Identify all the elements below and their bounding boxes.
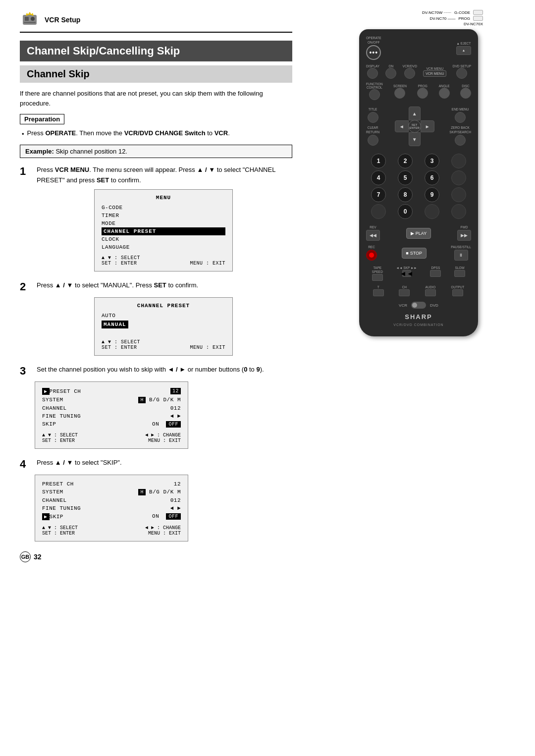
num-btn-skip5 (425, 204, 439, 219)
num-btn-9[interactable]: 9 (425, 187, 439, 202)
off-tag: OFF (166, 421, 181, 428)
title-button[interactable] (368, 112, 378, 123)
vcr-dvd-label: VCR/DVD (403, 64, 417, 68)
preset-val-fine: ◄ ► (170, 413, 181, 419)
skip-search-button[interactable] (455, 135, 466, 146)
tape-speed-button[interactable] (372, 274, 383, 281)
pause-still-label: PAUSE/STILL (451, 245, 471, 249)
angle-button[interactable] (439, 88, 450, 99)
preset-val-system: H B/G D/K M (138, 397, 181, 403)
skip-label: ◄◄ SKP ►► (396, 266, 417, 270)
preset2-footer-enter: SET : ENTER (42, 531, 75, 536)
t-button[interactable] (373, 289, 384, 296)
vcr-menu-button[interactable]: VCR MENU (423, 70, 446, 77)
dpad-left-button[interactable]: ◄ (395, 120, 409, 132)
svg-point-2 (31, 17, 35, 21)
audio-button[interactable] (425, 289, 436, 296)
preset2-val-system: H B/G D/K M (138, 489, 181, 495)
ch-box-title: CHANNEL PRESET (102, 303, 225, 309)
step-2: 2 Press ▲ / ▼ to select "MANUAL". Press … (20, 280, 292, 356)
num-btn-skip4 (371, 204, 386, 219)
gb-badge: GB (20, 551, 31, 562)
display-button[interactable] (367, 68, 378, 79)
return-label: RETURN (366, 130, 379, 134)
step-1-number: 1 (20, 165, 32, 178)
preset-footer-1: ▲ ▼ : SELECT ◄ ► : CHANGE SET : ENTER ME… (42, 432, 181, 443)
skip-back-button[interactable]: ◄◄ (402, 270, 411, 277)
vcr-dvd-button[interactable] (404, 68, 415, 79)
ch-footer-enter: SET : ENTER (102, 345, 137, 350)
example-label: Example: Skip channel position 12. (25, 148, 127, 155)
return-button[interactable] (368, 135, 378, 146)
function-row: FUNCTION CONTROL SCREEN PROG ANGLE (366, 82, 471, 100)
dpss-button[interactable] (430, 270, 441, 277)
fwd-button[interactable]: ▶▶ (457, 230, 471, 241)
num-btn-3[interactable]: 3 (425, 154, 439, 168)
eject-button[interactable]: ▲ (456, 46, 471, 55)
num-btn-2[interactable]: 2 (398, 154, 413, 168)
channel-preset-box: CHANNEL PRESET AUTO MANUAL ▲ ▼ : SELECT … (94, 297, 233, 356)
menu-box-1-title: MENU (102, 195, 225, 201)
ch-footer-exit: MENU : EXIT (190, 345, 225, 350)
num-btn-4[interactable]: 4 (371, 170, 386, 185)
preset-tag: ▶ (42, 388, 50, 395)
preparation-box: Preparation (20, 114, 64, 124)
dvd-setup-button[interactable] (456, 68, 467, 79)
skip-cursor-tag: ▶ (42, 513, 50, 520)
angle-label: ANGLE (439, 84, 450, 88)
title-label: TITLE (369, 108, 377, 111)
preset2-footer-change: ◄ ► : CHANGE (145, 525, 181, 531)
end-menu-button[interactable] (455, 112, 466, 123)
pause-button[interactable]: ⏸ (454, 250, 468, 261)
menu-item-gcode: G-CODE (102, 204, 225, 212)
num-btn-8[interactable]: 8 (398, 187, 413, 202)
number-grid: 1 2 3 4 5 6 7 8 9 0 (366, 154, 471, 219)
ch-item-manual-highlight: MANUAL (102, 321, 128, 328)
dpad-down-button[interactable]: ▼ (409, 132, 421, 146)
play-button[interactable]: ▶ PLAY (406, 228, 431, 239)
dpad-up-button[interactable]: ▲ (409, 107, 421, 120)
function-button[interactable] (369, 89, 380, 100)
operate-button[interactable]: ••• (366, 45, 381, 60)
step-4: 4 Press ▲ / ▼ to select "SKIP". PRESET C… (20, 458, 292, 541)
control-label: CONTROL (367, 86, 382, 89)
preset2-val-skip: ON OFF (152, 513, 181, 520)
main-title: Channel Skip/Cancelling Skip (20, 41, 292, 61)
prog-button[interactable] (417, 88, 428, 99)
output-button[interactable] (452, 289, 463, 296)
dpss-label: DPSS (431, 266, 440, 270)
num-btn-7[interactable]: 7 (371, 187, 386, 202)
dpad-center-button[interactable]: SETENTER (408, 120, 421, 133)
slow-button[interactable] (454, 270, 465, 277)
screen-button[interactable] (394, 88, 405, 99)
ch-item-manual: MANUAL (102, 320, 225, 329)
rev-button[interactable]: ◀◀ (366, 230, 380, 241)
page-number: 32 (34, 553, 42, 561)
preparation-content: • Press OPERATE. Then move the VCR/DVD C… (20, 128, 292, 140)
num-btn-1[interactable]: 1 (371, 154, 386, 168)
rec-button[interactable] (366, 250, 377, 261)
tape-speed-label: TAPE (374, 266, 382, 270)
on-button[interactable] (385, 68, 396, 79)
num-btn-6[interactable]: 6 (425, 170, 439, 185)
step-2-number: 2 (20, 280, 32, 293)
vcr-dvd-switch-body[interactable] (411, 302, 426, 309)
num-btn-skip (451, 154, 466, 168)
dpad-right-button[interactable]: ► (421, 120, 434, 132)
preset2-val-ch: 12 (174, 481, 181, 487)
svg-marker-4 (28, 12, 32, 15)
stop-button[interactable]: ■ STOP (402, 248, 427, 259)
preset-row2-5: ▶SKIP ON OFF (42, 512, 181, 521)
num-btn-5[interactable]: 5 (398, 170, 413, 185)
preset-footer-2: ▲ ▼ : SELECT ◄ ► : CHANGE SET : ENTER ME… (42, 525, 181, 536)
disc-button[interactable] (460, 88, 471, 99)
step-4-text: Press ▲ / ▼ to select "SKIP". (37, 458, 292, 468)
small-btn-row-1: TAPE SPEED ◄◄ SKP ►► ◄◄ DPSS SLOW (366, 266, 471, 281)
stop-label: STOP (410, 251, 422, 256)
ch-button[interactable] (399, 289, 410, 296)
end-menu-label: END MENU (452, 108, 469, 111)
header-bar: VCR Setup (20, 10, 292, 33)
dpad: ▲ ▼ ◄ ► SETENTER (395, 107, 434, 146)
num-btn-0[interactable]: 0 (398, 204, 413, 219)
prog-slot (473, 16, 483, 21)
